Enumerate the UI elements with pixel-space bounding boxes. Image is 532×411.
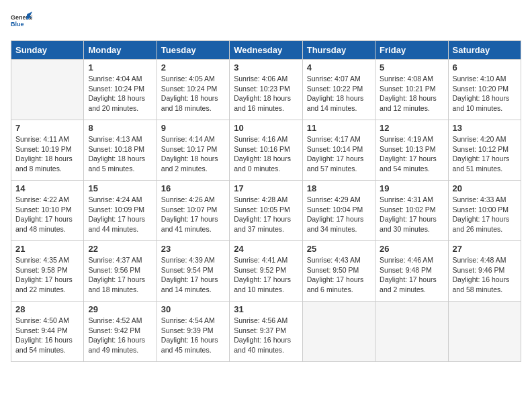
day-number: 28 — [15, 304, 79, 314]
calendar-day-cell — [11, 60, 84, 120]
day-info: Sunrise: 4:07 AMSunset: 10:22 PMDaylight… — [307, 74, 371, 113]
day-number: 9 — [161, 123, 225, 133]
calendar-week-row: 1Sunrise: 4:04 AMSunset: 10:24 PMDayligh… — [11, 60, 521, 120]
day-number: 12 — [380, 123, 443, 133]
logo: General Blue — [11, 11, 32, 35]
day-number: 31 — [234, 304, 298, 314]
calendar-day-cell: 30Sunrise: 4:54 AMSunset: 9:39 PMDayligh… — [157, 302, 229, 362]
day-info: Sunrise: 4:26 AMSunset: 10:07 PMDaylight… — [161, 195, 225, 234]
day-number: 5 — [380, 62, 443, 73]
calendar-week-row: 7Sunrise: 4:11 AMSunset: 10:19 PMDayligh… — [11, 120, 521, 181]
day-number: 23 — [161, 244, 225, 254]
calendar-day-cell: 19Sunrise: 4:31 AMSunset: 10:02 PMDaylig… — [375, 181, 448, 241]
calendar-day-cell: 2Sunrise: 4:05 AMSunset: 10:24 PMDayligh… — [157, 60, 229, 120]
day-info: Sunrise: 4:08 AMSunset: 10:21 PMDaylight… — [380, 74, 443, 113]
calendar-day-cell: 21Sunrise: 4:35 AMSunset: 9:58 PMDayligh… — [11, 241, 84, 302]
day-info: Sunrise: 4:10 AMSunset: 10:20 PMDaylight… — [453, 74, 517, 113]
calendar-day-cell: 25Sunrise: 4:43 AMSunset: 9:50 PMDayligh… — [302, 241, 375, 302]
day-number: 20 — [453, 183, 517, 193]
day-number: 6 — [453, 62, 517, 73]
weekday-header-cell: Tuesday — [157, 41, 229, 60]
calendar-day-cell: 28Sunrise: 4:50 AMSunset: 9:44 PMDayligh… — [11, 302, 84, 362]
day-info: Sunrise: 4:46 AMSunset: 9:48 PMDaylight:… — [380, 255, 443, 295]
day-info: Sunrise: 4:35 AMSunset: 9:58 PMDaylight:… — [15, 255, 79, 295]
calendar-day-cell — [375, 302, 448, 362]
day-number: 19 — [380, 183, 443, 193]
day-info: Sunrise: 4:29 AMSunset: 10:04 PMDaylight… — [307, 195, 371, 234]
day-info: Sunrise: 4:39 AMSunset: 9:54 PMDaylight:… — [161, 255, 225, 295]
day-number: 22 — [88, 244, 152, 254]
calendar-day-cell: 1Sunrise: 4:04 AMSunset: 10:24 PMDayligh… — [84, 60, 157, 120]
day-info: Sunrise: 4:33 AMSunset: 10:00 PMDaylight… — [453, 195, 517, 234]
day-number: 25 — [307, 244, 371, 254]
day-info: Sunrise: 4:05 AMSunset: 10:24 PMDaylight… — [161, 74, 225, 113]
calendar-day-cell: 20Sunrise: 4:33 AMSunset: 10:00 PMDaylig… — [448, 181, 521, 241]
calendar-day-cell: 7Sunrise: 4:11 AMSunset: 10:19 PMDayligh… — [11, 120, 84, 181]
weekday-header-cell: Sunday — [11, 41, 84, 60]
day-number: 17 — [234, 183, 298, 193]
weekday-header-row: SundayMondayTuesdayWednesdayThursdayFrid… — [11, 41, 521, 60]
calendar-day-cell: 16Sunrise: 4:26 AMSunset: 10:07 PMDaylig… — [157, 181, 229, 241]
calendar-day-cell: 29Sunrise: 4:52 AMSunset: 9:42 PMDayligh… — [84, 302, 157, 362]
day-info: Sunrise: 4:22 AMSunset: 10:10 PMDaylight… — [15, 195, 79, 234]
calendar-day-cell: 13Sunrise: 4:20 AMSunset: 10:12 PMDaylig… — [448, 120, 521, 181]
day-info: Sunrise: 4:41 AMSunset: 9:52 PMDaylight:… — [234, 255, 298, 295]
calendar-body: 1Sunrise: 4:04 AMSunset: 10:24 PMDayligh… — [11, 60, 521, 362]
header: General Blue — [11, 11, 521, 35]
day-info: Sunrise: 4:28 AMSunset: 10:05 PMDaylight… — [234, 195, 298, 234]
calendar-week-row: 28Sunrise: 4:50 AMSunset: 9:44 PMDayligh… — [11, 302, 521, 362]
day-info: Sunrise: 4:06 AMSunset: 10:23 PMDaylight… — [234, 74, 298, 113]
day-number: 3 — [234, 62, 298, 73]
day-info: Sunrise: 4:31 AMSunset: 10:02 PMDaylight… — [380, 195, 443, 234]
svg-text:Blue: Blue — [11, 21, 24, 28]
day-info: Sunrise: 4:37 AMSunset: 9:56 PMDaylight:… — [88, 255, 152, 295]
weekday-header-cell: Monday — [84, 41, 157, 60]
calendar-week-row: 21Sunrise: 4:35 AMSunset: 9:58 PMDayligh… — [11, 241, 521, 302]
calendar-day-cell: 22Sunrise: 4:37 AMSunset: 9:56 PMDayligh… — [84, 241, 157, 302]
day-info: Sunrise: 4:56 AMSunset: 9:37 PMDaylight:… — [234, 316, 298, 355]
calendar-day-cell: 12Sunrise: 4:19 AMSunset: 10:13 PMDaylig… — [375, 120, 448, 181]
calendar-day-cell: 23Sunrise: 4:39 AMSunset: 9:54 PMDayligh… — [157, 241, 229, 302]
calendar-day-cell: 4Sunrise: 4:07 AMSunset: 10:22 PMDayligh… — [302, 60, 375, 120]
day-info: Sunrise: 4:11 AMSunset: 10:19 PMDaylight… — [15, 134, 79, 174]
day-number: 30 — [161, 304, 225, 314]
calendar-day-cell: 11Sunrise: 4:17 AMSunset: 10:14 PMDaylig… — [302, 120, 375, 181]
weekday-header-cell: Friday — [375, 41, 448, 60]
day-number: 4 — [307, 62, 371, 73]
calendar-day-cell: 9Sunrise: 4:14 AMSunset: 10:17 PMDayligh… — [157, 120, 229, 181]
day-info: Sunrise: 4:14 AMSunset: 10:17 PMDaylight… — [161, 134, 225, 174]
weekday-header-cell: Thursday — [302, 41, 375, 60]
weekday-header-cell: Saturday — [448, 41, 521, 60]
calendar-day-cell: 10Sunrise: 4:16 AMSunset: 10:16 PMDaylig… — [230, 120, 302, 181]
day-number: 8 — [88, 123, 152, 133]
day-info: Sunrise: 4:17 AMSunset: 10:14 PMDaylight… — [307, 134, 371, 174]
day-info: Sunrise: 4:19 AMSunset: 10:13 PMDaylight… — [380, 134, 443, 174]
calendar-day-cell: 27Sunrise: 4:48 AMSunset: 9:46 PMDayligh… — [448, 241, 521, 302]
day-number: 29 — [88, 304, 152, 314]
day-number: 1 — [88, 62, 152, 73]
day-number: 14 — [15, 183, 79, 193]
day-number: 27 — [453, 244, 517, 254]
day-number: 16 — [161, 183, 225, 193]
day-info: Sunrise: 4:04 AMSunset: 10:24 PMDaylight… — [88, 74, 152, 113]
calendar-day-cell: 31Sunrise: 4:56 AMSunset: 9:37 PMDayligh… — [230, 302, 302, 362]
calendar-day-cell: 6Sunrise: 4:10 AMSunset: 10:20 PMDayligh… — [448, 60, 521, 120]
weekday-header-cell: Wednesday — [230, 41, 302, 60]
day-number: 18 — [307, 183, 371, 193]
calendar-day-cell: 24Sunrise: 4:41 AMSunset: 9:52 PMDayligh… — [230, 241, 302, 302]
day-info: Sunrise: 4:24 AMSunset: 10:09 PMDaylight… — [88, 195, 152, 234]
day-number: 10 — [234, 123, 298, 133]
calendar-day-cell: 14Sunrise: 4:22 AMSunset: 10:10 PMDaylig… — [11, 181, 84, 241]
day-info: Sunrise: 4:48 AMSunset: 9:46 PMDaylight:… — [453, 255, 517, 295]
calendar-day-cell: 3Sunrise: 4:06 AMSunset: 10:23 PMDayligh… — [230, 60, 302, 120]
calendar-day-cell: 8Sunrise: 4:13 AMSunset: 10:18 PMDayligh… — [84, 120, 157, 181]
day-number: 7 — [15, 123, 79, 133]
day-number: 24 — [234, 244, 298, 254]
calendar-day-cell: 18Sunrise: 4:29 AMSunset: 10:04 PMDaylig… — [302, 181, 375, 241]
day-info: Sunrise: 4:13 AMSunset: 10:18 PMDaylight… — [88, 134, 152, 174]
day-number: 21 — [15, 244, 79, 254]
calendar-day-cell: 5Sunrise: 4:08 AMSunset: 10:21 PMDayligh… — [375, 60, 448, 120]
logo-icon: General Blue — [11, 11, 32, 32]
calendar-week-row: 14Sunrise: 4:22 AMSunset: 10:10 PMDaylig… — [11, 181, 521, 241]
calendar-day-cell: 15Sunrise: 4:24 AMSunset: 10:09 PMDaylig… — [84, 181, 157, 241]
